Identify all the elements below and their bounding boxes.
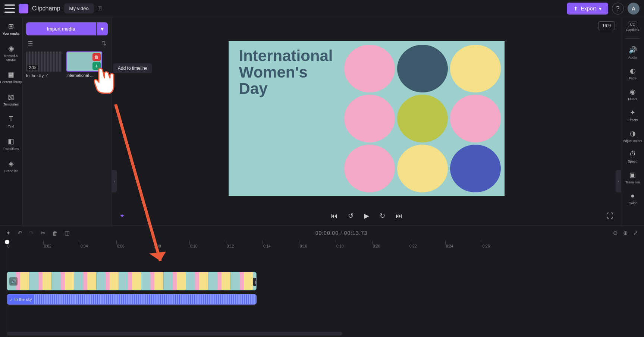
ruler-tick-label: 0:26 xyxy=(483,244,490,248)
music-icon: ♪ xyxy=(10,297,12,302)
nav-your-media[interactable]: ⊞Your media xyxy=(3,22,19,36)
zoom-in-button[interactable]: ⊕ xyxy=(623,230,628,236)
add-to-timeline-button[interactable]: + xyxy=(92,62,101,70)
color-icon: ● xyxy=(628,191,637,200)
captions-button[interactable]: CCCaptions xyxy=(626,22,640,32)
nav-label: Content library xyxy=(0,81,22,84)
nav-record-create[interactable]: ◉Record & create xyxy=(0,44,22,62)
prop-label: Fade xyxy=(629,77,637,81)
duration-badge: 2:18 xyxy=(28,65,38,70)
speed-icon: ⏱ xyxy=(628,149,637,158)
delete-media-button[interactable]: 🗑 xyxy=(92,53,101,61)
avatar[interactable]: A xyxy=(628,3,640,15)
redo-button[interactable]: ↷ xyxy=(29,230,34,236)
aspect-ratio-button[interactable]: 16:9 xyxy=(598,21,615,30)
crop-button[interactable]: ◫ xyxy=(65,230,70,236)
prop-speed[interactable]: ⏱Speed xyxy=(628,149,637,164)
ruler-tick-label: 0:14 xyxy=(263,244,270,248)
delete-button[interactable]: 🗑 xyxy=(52,230,58,236)
magic-tool-button[interactable]: ✦ xyxy=(6,230,11,236)
timeline-toolbar: ✦ ↶ ↷ ✂ 🗑 ◫ 00:00.00 / 00:13.73 ⊖ ⊕ ⤢ xyxy=(0,226,644,240)
skip-back-button[interactable]: ⏮ xyxy=(331,212,337,220)
ruler-tick-label: 0:18 xyxy=(336,244,343,248)
nav-label: Brand kit xyxy=(4,170,18,173)
right-properties-rail: CCCaptions 🔊Audio ◐Fade ◉Filters ✦Effect… xyxy=(621,17,644,225)
media-name: International ... xyxy=(66,73,94,78)
import-media-dropdown[interactable]: ▾ xyxy=(97,22,108,35)
video-canvas[interactable]: International Women's Day xyxy=(229,41,505,196)
audio-clip[interactable]: ♪ In the sky xyxy=(7,294,257,305)
ruler-tick-label: 0:24 xyxy=(446,244,453,248)
nav-templates[interactable]: ▧Templates xyxy=(3,92,19,107)
prop-effects[interactable]: ✦Effects xyxy=(628,108,638,122)
project-title[interactable]: My video xyxy=(64,3,94,13)
ruler-tick-label: 0:06 xyxy=(117,244,124,248)
fullscreen-button[interactable]: ⛶ xyxy=(607,212,613,220)
ruler-tick-label: 0:08 xyxy=(154,244,161,248)
sort-icon[interactable]: ⇅ xyxy=(101,40,106,47)
left-nav-rail: ⊞Your media ◉Record & create ▦Content li… xyxy=(0,17,22,225)
nav-content-library[interactable]: ▦Content library xyxy=(0,70,22,84)
import-media-button[interactable]: Import media xyxy=(26,22,96,35)
timeline-ruler[interactable]: 00:020:040:060:080:100:120:140:160:180:2… xyxy=(0,240,644,249)
timeline-scrollbar[interactable] xyxy=(7,332,342,336)
captions-label: Captions xyxy=(626,28,640,32)
prop-filters[interactable]: ◉Filters xyxy=(628,87,637,101)
clip-mute-button[interactable]: 🔊 xyxy=(9,277,18,286)
video-clip[interactable]: 🔊 ▣ xyxy=(7,272,257,290)
collapse-media-panel-button[interactable]: ‹ xyxy=(112,170,117,192)
filter-icon[interactable]: ☰ xyxy=(28,40,33,47)
media-item-audio[interactable]: 2:18 In the sky✓ xyxy=(26,51,62,78)
canvas-title-text: International Women's Day xyxy=(239,48,333,97)
collapse-properties-panel-button[interactable]: › xyxy=(616,170,621,192)
templates-icon: ▧ xyxy=(7,92,16,101)
media-icon: ⊞ xyxy=(6,22,15,31)
ruler-tick-label: 0:20 xyxy=(373,244,380,248)
ruler-tick-label: 0:04 xyxy=(81,244,88,248)
split-button[interactable]: ✂ xyxy=(41,230,45,236)
ruler-tick-label: 0:22 xyxy=(409,244,417,248)
prop-adjust-colors[interactable]: ◑Adjust colors xyxy=(623,129,643,143)
zoom-fit-button[interactable]: ⤢ xyxy=(633,230,638,236)
library-icon: ▦ xyxy=(7,70,16,79)
ruler-tick-label: 0:12 xyxy=(227,244,234,248)
upload-icon: ⬆ xyxy=(574,6,578,12)
add-to-timeline-tooltip: Add to timeline xyxy=(113,63,152,73)
prop-color[interactable]: ●Color xyxy=(628,191,637,205)
forward-button[interactable]: ↻ xyxy=(380,212,385,220)
nav-label: Templates xyxy=(3,103,19,107)
ai-sparkle-icon[interactable]: ✦ xyxy=(119,212,125,220)
prop-audio[interactable]: 🔊Audio xyxy=(628,45,637,60)
play-button[interactable]: ▶ xyxy=(364,212,369,220)
media-item-video[interactable]: 🗑 + International ... xyxy=(66,51,102,78)
ruler-tick-label: 0:02 xyxy=(44,244,51,248)
nav-label: Record & create xyxy=(0,54,22,62)
playhead[interactable] xyxy=(7,240,7,337)
skip-forward-button[interactable]: ⏭ xyxy=(396,212,402,220)
export-button[interactable]: ⬆ Export ▾ xyxy=(567,3,608,15)
audio-icon: 🔊 xyxy=(628,45,637,54)
zoom-out-button[interactable]: ⊖ xyxy=(613,230,618,236)
help-button[interactable]: ? xyxy=(612,3,624,15)
prop-label: Adjust colors xyxy=(623,139,643,143)
export-label: Export xyxy=(581,6,596,12)
menu-icon[interactable] xyxy=(4,4,15,13)
nav-text[interactable]: TText xyxy=(7,114,16,129)
prop-transition[interactable]: ▣Transition xyxy=(625,170,640,185)
prop-label: Effects xyxy=(628,119,638,122)
rewind-button[interactable]: ↺ xyxy=(348,212,354,220)
nav-transitions[interactable]: ◧Transitions xyxy=(3,137,19,151)
nav-brand-kit[interactable]: ◈Brand kit xyxy=(4,159,18,173)
ruler-tick-label: 0:10 xyxy=(190,244,197,248)
timeline-tracks[interactable]: 🔊 ▣ ♪ In the sky xyxy=(0,249,644,337)
transition-gap-icon[interactable]: ▣ xyxy=(253,278,257,286)
brand-icon: ◈ xyxy=(7,159,16,168)
audio-waveform xyxy=(34,295,256,304)
current-time: 00:00.00 xyxy=(315,230,339,236)
media-name: In the sky xyxy=(26,73,44,78)
prop-fade[interactable]: ◐Fade xyxy=(628,66,637,81)
record-icon: ◉ xyxy=(7,44,16,53)
preview-area: 16:9 International Women's Day ✦ ⏮ ↺ ▶ xyxy=(112,17,621,225)
timecode: 00:00.00 / 00:13.73 xyxy=(76,230,606,236)
undo-button[interactable]: ↶ xyxy=(18,230,22,236)
